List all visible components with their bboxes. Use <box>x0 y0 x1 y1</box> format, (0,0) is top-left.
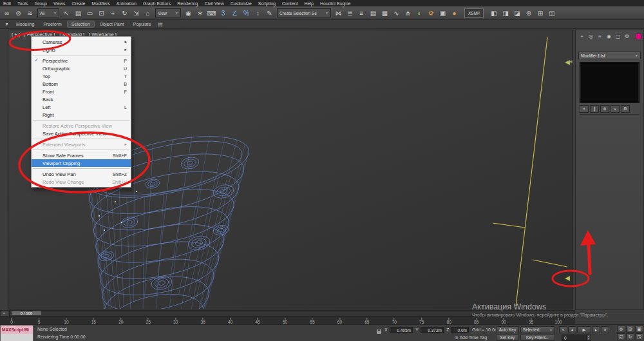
menu-item-cameras[interactable]: Cameras▸ <box>32 38 131 46</box>
menu-item-show-safe-frames[interactable]: Show Safe FramesShift+F <box>32 151 131 159</box>
menubar-item-houdini-engine[interactable]: Houdini Engine <box>317 1 354 6</box>
menu-item-lights[interactable]: Lights▸ <box>32 46 131 54</box>
menu-item-back[interactable]: Back <box>32 95 131 103</box>
menubar-item-graph-editors[interactable]: Graph Editors <box>140 1 174 6</box>
ribbon-tab-freeform[interactable]: Freeform <box>39 21 65 27</box>
selection-filter-dropdown[interactable]: All▼ <box>37 8 59 17</box>
percent-snap-icon[interactable]: % <box>241 8 252 19</box>
window-crossing-icon[interactable]: ⊡ <box>96 8 107 19</box>
reference-coordinate-dropdown[interactable]: View▼ <box>155 8 181 17</box>
align-icon[interactable]: ≣ <box>345 8 355 19</box>
go-to-end-button[interactable]: » <box>601 326 609 333</box>
select-and-place-icon[interactable]: ⌂ <box>142 8 153 19</box>
menu-item-right[interactable]: Right <box>32 111 131 119</box>
modify-tab-icon[interactable]: ◎ <box>587 32 595 40</box>
key-selection-dropdown[interactable]: Selected ▼ <box>520 326 555 333</box>
zoom-all-icon[interactable]: ⊞ <box>626 326 634 333</box>
select-and-rotate-icon[interactable]: ↻ <box>119 8 130 19</box>
ribbon-tab-object-paint[interactable]: Object Paint <box>96 21 128 27</box>
menu-item-save-active-perspective-view[interactable]: Save Active Perspective View <box>32 130 131 137</box>
material-editor-icon[interactable]: ◐ <box>414 8 425 19</box>
zoom-icon[interactable]: ⊕ <box>617 326 625 333</box>
time-slider-track[interactable]: 0 / 100 <box>9 310 575 317</box>
menubar-item-help[interactable]: Help <box>301 1 317 6</box>
angle-snap-icon[interactable]: ∠ <box>229 8 240 19</box>
select-object-icon[interactable]: ↖ <box>61 8 72 19</box>
plugin-icon-5[interactable]: ⊞ <box>535 8 545 19</box>
orbit-icon[interactable]: ↻ <box>626 333 634 340</box>
configure-modifier-sets-icon[interactable]: ⚙ <box>621 105 630 113</box>
select-and-manipulate-icon[interactable]: ∗ <box>194 8 205 19</box>
rendered-frame-window-icon[interactable]: ▣ <box>437 8 448 19</box>
mini-curve-editor-button[interactable]: ≈ <box>0 310 8 317</box>
go-to-start-button[interactable]: « <box>559 326 567 333</box>
set-key-button[interactable]: Set Key <box>496 334 519 341</box>
menubar-item-scripting[interactable]: Scripting <box>255 1 279 6</box>
menu-item-top[interactable]: TopT <box>32 72 131 80</box>
ribbon-tab-modeling[interactable]: Modeling <box>12 21 38 27</box>
add-time-tag[interactable]: ⊙ Add Time Tag <box>455 335 487 340</box>
hierarchy-tab-icon[interactable]: ≡ <box>596 32 604 40</box>
previous-frame-button[interactable]: ◂ <box>568 326 576 333</box>
timeline-ruler[interactable]: 0510152025303540455055606570758085909510… <box>0 317 575 324</box>
named-selection-dropdown[interactable]: Create Selection Se▼ <box>277 8 331 17</box>
plugin-icon-2[interactable]: ◨ <box>500 8 511 19</box>
ribbon-minimize-icon[interactable]: ▾ <box>3 21 11 28</box>
x-coord-field[interactable]: 0.405m <box>390 327 413 333</box>
plugin-icon-3[interactable]: ◪ <box>511 8 522 19</box>
plugin-icon-6[interactable]: ◫ <box>546 8 557 19</box>
select-and-link-icon[interactable]: ∞ <box>1 8 12 19</box>
selection-lock-icon[interactable] <box>377 331 381 334</box>
y-coord-field[interactable]: 0.372m <box>421 327 444 333</box>
menubar-item-views[interactable]: Views <box>50 1 69 6</box>
pin-stack-icon[interactable]: ⌖ <box>580 105 589 113</box>
ribbon-toggle-icon[interactable]: ▦ <box>379 8 390 19</box>
menubar-item-edit[interactable]: Edit <box>0 1 14 6</box>
next-frame-button[interactable]: ▸ <box>592 326 600 333</box>
menubar-item-group[interactable]: Group <box>31 1 50 6</box>
menubar-item-modifiers[interactable]: Modifiers <box>88 1 113 6</box>
viewport-label-segment-0[interactable]: [ + ] <box>12 32 20 37</box>
edit-named-selections-icon[interactable]: ✎ <box>264 8 275 19</box>
menubar-item-civil-view[interactable]: Civil View <box>201 1 227 6</box>
select-and-move-icon[interactable]: + <box>108 8 118 19</box>
use-pivot-center-icon[interactable]: ◉ <box>183 8 194 19</box>
time-slider[interactable]: 0 / 100 <box>12 311 41 315</box>
auto-key-button[interactable]: Auto Key <box>496 326 519 333</box>
maximize-viewport-icon[interactable]: ◳ <box>635 333 643 340</box>
menu-item-bottom[interactable]: BottomB <box>32 80 131 88</box>
utilities-tab-icon[interactable]: ⚙ <box>623 32 631 40</box>
remove-modifier-icon[interactable]: × <box>611 105 620 113</box>
menu-item-extended-viewports[interactable]: Extended Viewports▸ <box>32 141 131 148</box>
ribbon-config-icon[interactable]: ▤ <box>156 21 164 28</box>
menubar-item-customize[interactable]: Customize <box>227 1 255 6</box>
color-swatch[interactable] <box>636 34 641 39</box>
snaps-toggle-icon[interactable]: 3 <box>218 8 229 19</box>
z-coord-field[interactable]: 0.0m <box>451 327 469 333</box>
show-end-result-icon[interactable]: ∥ <box>590 105 599 113</box>
select-and-scale-icon[interactable]: ⇲ <box>131 8 142 19</box>
maxscript-input[interactable] <box>1 334 33 341</box>
ribbon-tab-selection[interactable]: Selection <box>67 21 95 28</box>
key-filters-button[interactable]: Key Filters... <box>520 334 555 341</box>
menubar-item-content[interactable]: Content <box>279 1 301 6</box>
modifier-stack[interactable] <box>580 62 639 103</box>
maxscript-mini-listener[interactable]: MAXScript Mi <box>0 325 33 341</box>
menu-item-front[interactable]: FrontF <box>32 88 131 95</box>
mirror-icon[interactable]: ⋈ <box>333 8 344 19</box>
field-of-view-icon[interactable]: ◱ <box>617 333 625 340</box>
select-by-name-icon[interactable]: ▤ <box>73 8 84 19</box>
motion-tab-icon[interactable]: ◉ <box>605 32 613 40</box>
rectangular-selection-region-icon[interactable]: ▭ <box>84 8 95 19</box>
frame-spinner[interactable]: ▲ ▼ <box>586 335 591 340</box>
keyboard-override-icon[interactable]: ⌨ <box>206 8 217 19</box>
menu-item-redo-view-change[interactable]: Redo View ChangeShift+V <box>32 178 131 186</box>
unlink-selection-icon[interactable]: ⊘ <box>13 8 24 19</box>
curve-editor-icon[interactable]: ∿ <box>391 8 402 19</box>
menubar-item-tools[interactable]: Tools <box>14 1 31 6</box>
make-unique-icon[interactable]: ⋔ <box>600 105 609 113</box>
play-button[interactable]: ▶ <box>577 326 591 333</box>
render-production-icon[interactable]: ● <box>449 8 460 19</box>
plugin-icon-1[interactable]: ◧ <box>488 8 499 19</box>
layer-explorer-icon[interactable]: ▤ <box>368 8 379 19</box>
